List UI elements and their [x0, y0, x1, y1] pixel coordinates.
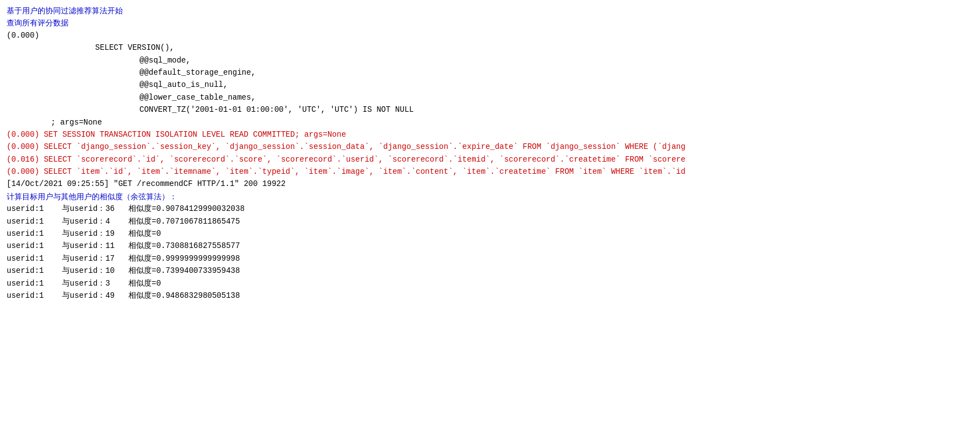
sql-line3: @@default_storage_engine, [7, 66, 973, 79]
sql-args: ; args=None [7, 116, 973, 128]
sim-with: 与userid：11 [62, 240, 128, 252]
log-container: 基于用户的协同过滤推荐算法开始 查询所有评分数据 (0.000) SELECT … [7, 4, 973, 424]
similarity-row: userid:1与userid：10 相似度=0.739940073395943… [7, 265, 973, 277]
sim-userid1: userid:1 [7, 277, 62, 289]
header-line2: 查询所有评分数据 [7, 17, 973, 29]
sql-line1: SELECT VERSION(), [7, 42, 973, 54]
sim-with: 与userid：17 [62, 252, 128, 265]
sim-with: 与userid：49 [62, 289, 128, 302]
sql-block: SELECT VERSION(), @@sql_mode, @@default_… [7, 42, 973, 128]
timing1: (0.000) [7, 29, 973, 42]
sim-with: 与userid：10 [62, 265, 128, 277]
similarity-row: userid:1与userid：19 相似度=0 [7, 227, 973, 240]
calc-header: 计算目标用户与其他用户的相似度（余弦算法）： [7, 190, 973, 203]
sim-with: 与userid：36 [62, 203, 128, 215]
sim-with: 与userid：3 [62, 277, 128, 289]
sim-userid1: userid:1 [7, 252, 62, 265]
query-lines: (0.000) SET SESSION TRANSACTION ISOLATIO… [7, 128, 973, 178]
sim-userid1: userid:1 [7, 265, 62, 277]
similarity-rows: userid:1与userid：36 相似度=0.907841299900320… [7, 203, 973, 302]
header-line1: 基于用户的协同过滤推荐算法开始 [7, 4, 973, 17]
similarity-row: userid:1与userid：11 相似度=0.730881682755857… [7, 240, 973, 252]
sql-line5: @@lower_case_table_names, [7, 91, 973, 104]
query-line-0: (0.000) SET SESSION TRANSACTION ISOLATIO… [7, 128, 973, 141]
sim-userid1: userid:1 [7, 227, 62, 240]
query-line-3: (0.000) SELECT `item`.`id`, `item`.`item… [7, 166, 973, 178]
query-line-2: (0.016) SELECT `scorerecord`.`id`, `scor… [7, 153, 973, 166]
sim-value: 相似度=0.7071067811865475 [128, 215, 240, 227]
similarity-row: userid:1与userid：36 相似度=0.907841299900320… [7, 203, 973, 215]
sim-with: 与userid：19 [62, 227, 128, 240]
sim-value: 相似度=0.9486832980505138 [128, 289, 240, 302]
sim-userid1: userid:1 [7, 203, 62, 215]
sim-value: 相似度=0 [128, 277, 161, 289]
similarity-row: userid:1与userid：4 相似度=0.7071067811865475 [7, 215, 973, 227]
sim-with: 与userid：4 [62, 215, 128, 227]
similarity-row: userid:1与userid：49 相似度=0.948683298050513… [7, 289, 973, 302]
sim-userid1: userid:1 [7, 215, 62, 227]
sim-userid1: userid:1 [7, 240, 62, 252]
sim-value: 相似度=0.7399400733959438 [128, 265, 240, 277]
sim-value: 相似度=0.9999999999999998 [128, 252, 240, 265]
sim-value: 相似度=0.7308816827558577 [128, 240, 240, 252]
sim-value: 相似度=0 [128, 227, 161, 240]
similarity-row: userid:1与userid：17 相似度=0.999999999999999… [7, 252, 973, 265]
sql-line4: @@sql_auto_is_null, [7, 79, 973, 91]
query-line-1: (0.000) SELECT `django_session`.`session… [7, 141, 973, 153]
sim-value: 相似度=0.90784129990032038 [128, 203, 245, 215]
similarity-row: userid:1与userid：3 相似度=0 [7, 277, 973, 289]
http-log: [14/Oct/2021 09:25:55] "GET /recommendCF… [7, 178, 973, 190]
sql-line2: @@sql_mode, [7, 54, 973, 66]
sim-userid1: userid:1 [7, 289, 62, 302]
sql-line6: CONVERT_TZ('2001-01-01 01:00:00', 'UTC',… [7, 104, 973, 116]
